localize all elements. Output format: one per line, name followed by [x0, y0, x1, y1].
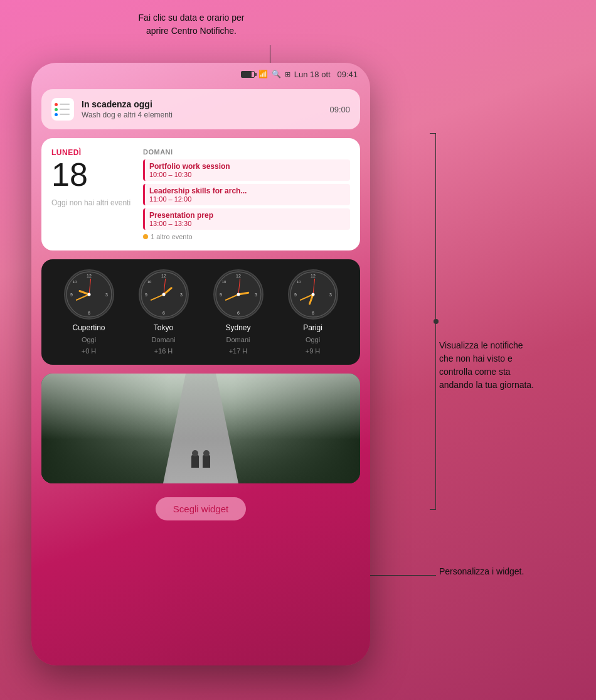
- calendar-day-number: 18: [51, 158, 133, 191]
- calendar-more-text: 1 altro evento: [151, 233, 193, 240]
- photo-widget: [41, 374, 360, 483]
- fog-overlay: [41, 374, 360, 439]
- svg-text:10: 10: [147, 280, 151, 284]
- battery-icon: [241, 71, 255, 78]
- cyclist-1: [191, 455, 199, 468]
- svg-point-39: [311, 293, 314, 296]
- clock-tokyo: 12 3 6 9 10 Tokyo Domani +16 H: [139, 269, 189, 355]
- calendar-event-2-title: Leadership skills for arch...: [149, 186, 346, 195]
- svg-text:3: 3: [105, 293, 108, 297]
- calendar-event-1[interactable]: Portfolio work session 10:00 – 10:30: [143, 159, 350, 181]
- svg-text:10: 10: [72, 280, 77, 284]
- annotation-right-middle: Visualizza le notifiche che non hai vist…: [439, 339, 583, 392]
- calendar-event-2-time: 11:00 – 12:00: [149, 195, 346, 203]
- calendar-event-1-time: 10:00 – 10:30: [149, 171, 346, 178]
- bracket-notifications: [430, 133, 436, 510]
- photo-scene: [41, 374, 360, 483]
- clock-city-tokyo: Tokyo: [154, 323, 173, 332]
- svg-point-19: [162, 293, 165, 296]
- clock-offset-parigi: +9 H: [306, 347, 321, 355]
- svg-text:3: 3: [329, 293, 332, 297]
- svg-point-9: [87, 293, 90, 296]
- annotation-top-text: Fai clic su data e orario per aprire Cen…: [139, 13, 245, 36]
- clock-city-cupertino: Cupertino: [72, 323, 105, 332]
- calendar-today: LUNEDÌ 18 Oggi non hai altri eventi: [51, 148, 133, 240]
- calendar-event-2[interactable]: Leadership skills for arch... 11:00 – 12…: [143, 184, 350, 205]
- status-icons: 📶 🔍 ⊞ Lun 18 ott 09:41: [241, 70, 358, 79]
- calendar-tomorrow: DOMANI Portfolio work session 10:00 – 10…: [143, 148, 350, 240]
- calendar-event-1-title: Portfolio work session: [149, 162, 346, 171]
- reminders-content: In scadenza oggi Wash dog e altri 4 elem…: [82, 99, 322, 119]
- cyclist-2: [203, 455, 210, 468]
- svg-text:12: 12: [161, 274, 166, 278]
- svg-text:12: 12: [236, 274, 241, 278]
- status-bar: 📶 🔍 ⊞ Lun 18 ott 09:41: [31, 63, 370, 85]
- device-frame: 📶 🔍 ⊞ Lun 18 ott 09:41: [31, 63, 370, 665]
- clock-day-parigi: Oggi: [306, 336, 320, 343]
- clock-parigi: 12 3 6 9 10 Parigi Oggi +9 H: [288, 269, 338, 355]
- svg-text:6: 6: [237, 311, 240, 315]
- svg-text:3: 3: [255, 293, 257, 297]
- wifi-icon: 📶: [258, 70, 268, 78]
- clock-day-tokyo: Domani: [152, 336, 176, 343]
- cyclists: [191, 455, 210, 468]
- svg-text:9: 9: [220, 293, 222, 297]
- calendar-no-events: Oggi non hai altri eventi: [51, 198, 133, 207]
- status-time[interactable]: 09:41: [337, 70, 358, 79]
- reminders-app-icon: [51, 98, 74, 121]
- annotation-right-bottom: Personalizza i widget.: [439, 565, 583, 578]
- clock-day-sydney: Domani: [226, 336, 250, 343]
- search-icon: 🔍: [272, 70, 281, 78]
- svg-text:6: 6: [162, 311, 165, 315]
- calendar-event-3-time: 13:00 – 13:30: [149, 220, 346, 227]
- calendar-event-3-title: Presentation prep: [149, 211, 346, 220]
- control-center-icon: ⊞: [285, 70, 290, 78]
- clock-sydney: 12 3 6 9 10 Sydney Domani +17: [213, 269, 263, 355]
- svg-text:10: 10: [296, 280, 301, 284]
- status-date-time[interactable]: Lun 18 ott 09:41: [294, 70, 358, 79]
- clock-offset-cupertino: +0 H: [82, 347, 97, 355]
- calendar-widget[interactable]: LUNEDÌ 18 Oggi non hai altri eventi DOMA…: [41, 138, 360, 250]
- status-date[interactable]: Lun 18 ott: [294, 70, 331, 79]
- annotation-bottom-text: Personalizza i widget.: [439, 566, 524, 576]
- annotation-middle-text: Visualizza le notifiche che non hai vist…: [439, 340, 534, 390]
- svg-text:10: 10: [221, 280, 226, 284]
- clock-city-parigi: Parigi: [303, 323, 322, 332]
- svg-point-29: [237, 293, 240, 296]
- svg-text:6: 6: [312, 311, 314, 315]
- clock-face-tokyo: 12 3 6 9 10: [139, 269, 189, 320]
- clock-widget[interactable]: 12 3 6 9 10: [41, 259, 360, 365]
- svg-text:12: 12: [311, 274, 316, 278]
- clock-city-sydney: Sydney: [225, 323, 250, 332]
- svg-text:6: 6: [88, 311, 90, 315]
- reminders-time: 09:00: [329, 105, 350, 114]
- calendar-day-label: LUNEDÌ: [51, 148, 133, 157]
- calendar-more-events[interactable]: 1 altro evento: [143, 233, 350, 240]
- clock-face-parigi: 12 3 6 9 10: [288, 269, 338, 320]
- clock-cupertino: 12 3 6 9 10: [64, 269, 114, 355]
- svg-text:9: 9: [145, 293, 147, 297]
- clock-offset-tokyo: +16 H: [154, 347, 173, 355]
- clock-offset-sydney: +17 H: [229, 347, 248, 355]
- annotation-top: Fai clic su data e orario per aprire Cen…: [97, 11, 285, 38]
- calendar-tomorrow-label: DOMANI: [143, 148, 350, 156]
- reminders-widget[interactable]: In scadenza oggi Wash dog e altri 4 elem…: [41, 89, 360, 129]
- reminders-subtitle: Wash dog e altri 4 elementi: [82, 110, 322, 119]
- calendar-event-3[interactable]: Presentation prep 13:00 – 13:30: [143, 208, 350, 230]
- reminders-title: In scadenza oggi: [82, 99, 322, 109]
- clock-face-cupertino: 12 3 6 9 10: [64, 269, 114, 320]
- svg-text:9: 9: [70, 293, 73, 297]
- choose-widget-button[interactable]: Scegli widget: [156, 497, 246, 520]
- svg-text:3: 3: [180, 293, 183, 297]
- clock-day-cupertino: Oggi: [82, 336, 96, 343]
- svg-text:12: 12: [87, 274, 92, 278]
- widget-area: In scadenza oggi Wash dog e altri 4 elem…: [31, 85, 370, 530]
- svg-text:9: 9: [294, 293, 297, 297]
- calendar-more-dot: [143, 234, 148, 239]
- clock-face-sydney: 12 3 6 9 10: [213, 269, 263, 320]
